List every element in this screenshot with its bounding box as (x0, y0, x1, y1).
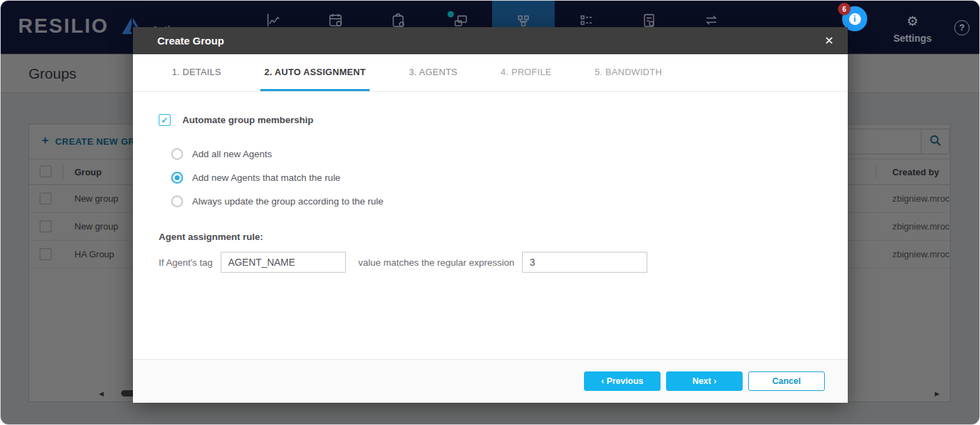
rule-middle-label: value matches the regular expression (358, 257, 514, 268)
rule-heading: Agent assignment rule: (159, 232, 848, 242)
checkbox-checked-icon[interactable]: ✓ (159, 114, 171, 126)
tab-agents[interactable]: 3. AGENTS (404, 54, 461, 91)
modal-title: Create Group (157, 35, 224, 47)
create-group-modal: Create Group ✕ 1. DETAILS 2. AUTO ASSIGN… (133, 27, 848, 403)
radio-label: Add all new Agents (192, 149, 272, 159)
automate-membership-option[interactable]: ✓ Automate group membership (159, 114, 848, 126)
radio-add-all-new-agents[interactable]: Add all new Agents (171, 142, 848, 166)
tab-auto-assignment[interactable]: 2. AUTO ASSIGNMENT (260, 54, 370, 91)
app-window: RESILIO Active (0, 0, 980, 425)
rule-row: If Agent's tag value matches the regular… (159, 252, 848, 273)
rule-prefix-label: If Agent's tag (159, 257, 213, 268)
tag-name-input[interactable] (221, 252, 346, 273)
info-icon: i (849, 13, 861, 25)
help-button[interactable]: ? (954, 20, 970, 35)
radio-selected-icon[interactable] (171, 172, 183, 184)
agents-status-dot (448, 11, 454, 17)
radio-icon[interactable] (171, 148, 183, 160)
modal-body: ✓ Automate group membership Add all new … (133, 92, 848, 273)
settings-label: Settings (885, 33, 940, 44)
radio-always-update-group[interactable]: Always update the group according to the… (171, 189, 848, 213)
modal-header: Create Group ✕ (133, 27, 848, 54)
radio-add-matching-agents[interactable]: Add new Agents that match the rule (171, 166, 848, 189)
regex-input[interactable] (522, 252, 647, 273)
wizard-tabs: 1. DETAILS 2. AUTO ASSIGNMENT 3. AGENTS … (133, 54, 848, 92)
tab-profile[interactable]: 4. PROFILE (496, 54, 555, 91)
automate-membership-label: Automate group membership (182, 115, 313, 125)
settings-menu[interactable]: ⚙ Settings (885, 15, 940, 44)
previous-button[interactable]: ‹ Previous (584, 371, 661, 391)
modal-footer: ‹ Previous Next › Cancel (133, 359, 848, 403)
tab-details[interactable]: 1. DETAILS (168, 54, 226, 91)
notification-badge: 6 (838, 3, 851, 15)
resilio-logo: RESILIO (18, 15, 109, 38)
gear-icon: ⚙ (885, 15, 940, 29)
assignment-mode-radios: Add all new Agents Add new Agents that m… (171, 142, 848, 213)
cancel-button[interactable]: Cancel (748, 371, 825, 391)
tab-bandwidth[interactable]: 5. BANDWIDTH (590, 54, 666, 91)
radio-label: Always update the group according to the… (192, 196, 384, 207)
next-button[interactable]: Next › (666, 371, 743, 391)
radio-label: Add new Agents that match the rule (192, 173, 340, 183)
radio-icon[interactable] (171, 195, 183, 207)
close-icon[interactable]: ✕ (825, 34, 834, 47)
